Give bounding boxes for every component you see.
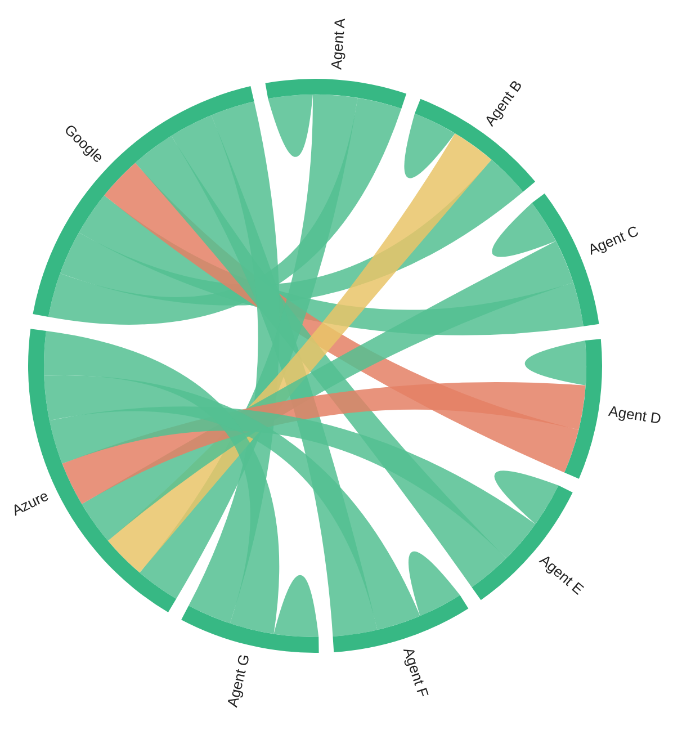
chord-ribbon[interactable] xyxy=(525,340,586,386)
chord-node-label: Azure xyxy=(9,487,51,519)
chord-node-label: Agent A xyxy=(327,17,348,70)
chord-node-label: Agent G xyxy=(224,652,253,709)
chord-ribbon[interactable] xyxy=(273,575,318,637)
chord-ribbon[interactable] xyxy=(268,95,313,157)
chord-node-label: Agent D xyxy=(608,402,662,427)
chord-ribbons xyxy=(44,95,586,637)
chord-node-label: Agent B xyxy=(481,77,525,129)
chord-node-label: Agent E xyxy=(536,551,587,598)
chord-node-label: Agent C xyxy=(586,222,641,258)
chord-node-label: Google xyxy=(61,121,107,166)
chord-chart-container: Agent AAgent BAgent CAgent DAgent EAgent… xyxy=(0,0,700,735)
chord-chart: Agent AAgent BAgent CAgent DAgent EAgent… xyxy=(0,0,700,735)
chord-node-label: Agent F xyxy=(400,646,432,700)
